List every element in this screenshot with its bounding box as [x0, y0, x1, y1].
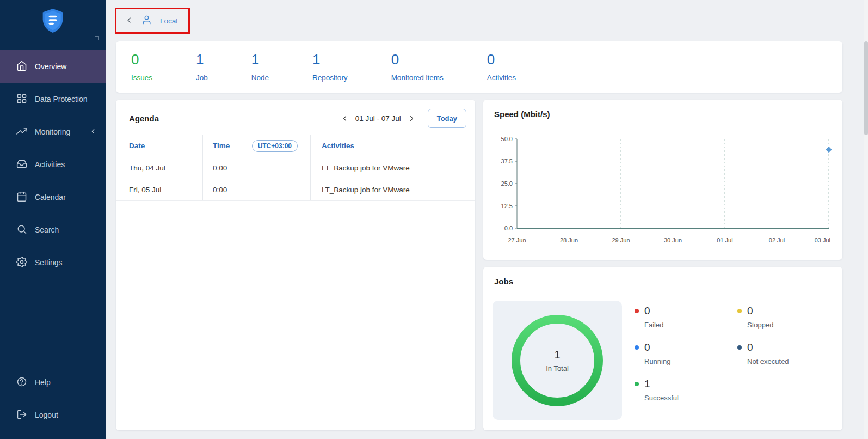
sidebar-item-calendar[interactable]: Calendar — [0, 181, 106, 214]
sidebar-item-label: Overview — [35, 62, 66, 71]
stat-repository[interactable]: 1 Repository — [312, 52, 348, 82]
logout-icon — [16, 409, 27, 422]
jobs-total-label: In Total — [546, 364, 569, 373]
legend-dot — [635, 345, 639, 350]
summary-stats-card: 0 Issues 1 Job 1 Node 1 Repository 0 Mon… — [116, 41, 842, 93]
stat-issues[interactable]: 0 Issues — [131, 52, 152, 82]
jobs-legend: 0 Failed 0 Stopped 0 Running 0 Not execu… — [635, 305, 840, 402]
jobs-legend-not-executed: 0 Not executed — [737, 342, 840, 365]
agenda-row-date: Fri, 05 Jul — [116, 179, 202, 200]
sidebar-item-label: Calendar — [35, 193, 66, 202]
time-header-label: Time — [213, 142, 230, 150]
legend-value: 0 — [747, 305, 753, 316]
search-icon — [16, 224, 27, 236]
stat-node[interactable]: 1 Node — [251, 52, 269, 82]
chart-axes — [515, 139, 829, 228]
sidebar-footer: Help Logout — [0, 366, 106, 431]
agenda-date-nav: 01 Jul - 07 Jul Today — [341, 109, 466, 128]
stat-value: 0 — [131, 52, 152, 66]
legend-label: Not executed — [747, 357, 840, 365]
sidebar-item-logout[interactable]: Logout — [0, 399, 106, 431]
legend-value: 1 — [644, 378, 650, 389]
donut-center: 1 In Total — [511, 314, 604, 407]
y-tick-label: 37.5 — [501, 158, 513, 164]
sidebar-nav: Overview Data Protection Monitoring — [0, 50, 106, 279]
legend-value: 0 — [747, 342, 753, 353]
stat-monitored-items[interactable]: 0 Monitored items — [391, 52, 444, 82]
sidebar-item-data-protection[interactable]: Data Protection — [0, 83, 106, 115]
agenda-header: Agenda 01 Jul - 07 Jul Today — [116, 100, 475, 135]
agenda-row[interactable]: Fri, 05 Jul 0:00 LT_Backup job for VMwar… — [116, 179, 475, 201]
app-window: Overview Data Protection Monitoring — [0, 0, 868, 439]
app-logo[interactable] — [41, 8, 65, 34]
grid-icon — [16, 93, 27, 106]
legend-dot — [635, 382, 639, 386]
scrollbar-track — [864, 0, 868, 439]
y-tick-label: 12.5 — [501, 203, 513, 209]
jobs-legend-failed: 0 Failed — [635, 305, 737, 329]
x-tick-label: 27 Jun — [508, 237, 526, 243]
stat-label: Repository — [312, 74, 348, 82]
sidebar-item-activities[interactable]: Activities — [0, 148, 106, 181]
location-label: Local — [160, 17, 177, 25]
sidebar-item-label: Logout — [35, 411, 58, 419]
stat-label: Issues — [131, 74, 152, 82]
gear-icon — [16, 257, 27, 269]
sidebar-item-label: Data Protection — [35, 95, 88, 103]
agenda-row-time: 0:00 — [202, 179, 310, 200]
x-tick-label: 02 Jul — [769, 237, 785, 243]
x-tick-label: 03 Jul — [815, 237, 830, 243]
user-icon — [141, 15, 152, 27]
help-icon — [16, 376, 27, 389]
sidebar-collapse-handle[interactable] — [95, 36, 99, 40]
inbox-icon — [16, 158, 27, 171]
jobs-donut-chart: 1 In Total — [511, 314, 604, 407]
column-header-time: Time UTC+03:00 — [202, 135, 310, 157]
agenda-row-activity: LT_Backup job for VMware — [310, 179, 475, 200]
sidebar-item-help[interactable]: Help — [0, 366, 106, 399]
stat-value: 1 — [251, 52, 269, 66]
x-tick-label: 01 Jul — [717, 237, 732, 243]
y-tick-label: 50.0 — [501, 136, 513, 142]
stat-label: Node — [251, 74, 269, 82]
chevron-left-icon — [89, 127, 97, 137]
stat-value: 0 — [487, 52, 516, 66]
sidebar-item-monitoring[interactable]: Monitoring — [0, 115, 106, 148]
legend-value: 0 — [644, 305, 650, 316]
prev-week-chevron-icon[interactable] — [341, 114, 349, 123]
sidebar: Overview Data Protection Monitoring — [0, 0, 106, 439]
home-icon — [16, 60, 27, 73]
legend-label: Stopped — [747, 321, 840, 329]
agenda-table: Date Time UTC+03:00 Activities Thu, 04 J… — [116, 135, 475, 201]
agenda-row[interactable]: Thu, 04 Jul 0:00 LT_Backup job for VMwar… — [116, 157, 475, 179]
agenda-row-activity: LT_Backup job for VMware — [310, 157, 475, 179]
speed-chart-card: Speed (Mbit/s) — [483, 100, 842, 260]
speed-chart-svg: 50.0 37.5 25.0 12.5 0.0 27 Jun 28 Jun 29… — [494, 125, 832, 249]
agenda-title: Agenda — [129, 114, 159, 123]
sidebar-item-search[interactable]: Search — [0, 214, 106, 246]
legend-label: Successful — [644, 394, 737, 402]
today-button[interactable]: Today — [428, 109, 466, 128]
jobs-card: Jobs 1 In Total — [483, 267, 842, 430]
legend-label: Running — [644, 357, 737, 365]
y-tick-label: 25.0 — [501, 180, 513, 187]
timezone-badge[interactable]: UTC+03:00 — [252, 140, 298, 152]
sidebar-item-label: Help — [35, 378, 51, 387]
sidebar-item-settings[interactable]: Settings — [0, 246, 106, 279]
legend-label: Failed — [644, 321, 737, 329]
sidebar-item-overview[interactable]: Overview — [0, 50, 106, 83]
y-tick-label: 0.0 — [504, 225, 513, 231]
scrollbar-thumb[interactable] — [864, 41, 868, 135]
stat-job[interactable]: 1 Job — [196, 52, 208, 82]
chart-gridlines — [569, 139, 829, 228]
sidebar-spacer — [0, 279, 106, 350]
stat-activities[interactable]: 0 Activities — [487, 52, 516, 82]
jobs-total-value: 1 — [554, 349, 560, 361]
sidebar-item-label: Activities — [35, 160, 65, 169]
next-week-chevron-icon[interactable] — [408, 114, 416, 123]
stat-value: 1 — [312, 52, 348, 66]
back-chevron-icon[interactable] — [125, 16, 133, 27]
jobs-legend-stopped: 0 Stopped — [737, 305, 840, 329]
breadcrumb[interactable]: Local — [116, 9, 190, 33]
agenda-card: Agenda 01 Jul - 07 Jul Today Date Ti — [116, 100, 475, 430]
